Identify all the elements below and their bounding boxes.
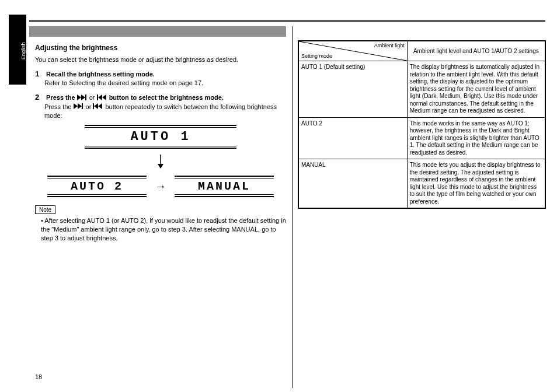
step-2: 2 Press the or button to select the brig… [35,92,286,120]
svg-marker-11 [98,103,102,109]
step-1-number: 1 [35,69,44,79]
lcd-display-manual: MANUAL [175,176,274,197]
column-divider [292,26,293,388]
svg-rect-2 [85,94,86,100]
page-number: 18 [35,373,42,380]
section-title: Adjusting the brightness [35,44,286,52]
table-header-row: Ambient light Setting mode Ambient light… [299,41,545,61]
brightness-modes-table: Ambient light Setting mode Ambient light… [298,40,546,209]
lcd-text-manual: MANUAL [175,178,274,195]
step-2-number: 2 [35,92,44,103]
cell-desc-1: This mode works in the same way as AUTO … [407,117,545,159]
fast-forward-icon [74,103,84,111]
side-tab-lang: English [20,18,26,85]
step-1-body: Refer to Selecting the desired setting m… [44,79,203,88]
lcd-display-auto2: AUTO 2 [47,176,147,197]
arrow-down-icon [156,155,165,169]
page: English Adjusting the brightness You can… [12,20,545,380]
top-rule [29,20,545,22]
svg-marker-6 [74,103,78,109]
cell-mode-0: AUTO 1 (Default setting) [299,61,408,118]
lcd-text-auto1: AUTO 1 [85,127,236,146]
svg-marker-10 [94,103,98,109]
step-2-heading-b: button to select the brightness mode. [109,94,224,101]
step-2-body-a: Press the [44,103,74,110]
svg-marker-0 [77,94,81,100]
cell-desc-0: The display brightness is automatically … [407,61,545,118]
step-1: 1 Recall the brightness setting mode. Re… [35,69,286,88]
step-2-heading-a: Press the [46,94,77,101]
svg-marker-5 [102,94,106,100]
svg-marker-1 [81,94,85,100]
right-column: Ambient light Setting mode Ambient light… [298,38,546,209]
table-row: AUTO 2 This mode works in the same way a… [299,117,545,159]
side-tab: English [9,15,26,85]
svg-rect-3 [97,94,98,100]
table-header-bottom: Setting mode [301,53,332,60]
cell-desc-2: This mode lets you adjust the display br… [407,159,545,208]
cell-mode-2: MANUAL [299,159,408,208]
step-2-or: or [89,94,97,101]
step-2-or-2: or [86,103,93,110]
step-1-heading: Recall the brightness setting mode. [46,71,155,78]
rewind-icon [93,103,103,111]
left-column: Adjusting the brightness You can select … [35,44,286,247]
svg-marker-7 [78,103,82,109]
fast-forward-icon [77,94,88,103]
note-label: Note [35,205,55,214]
table-row: AUTO 1 (Default setting) The display bri… [299,61,545,118]
header-gray-bar [29,26,286,37]
lcd-display-auto1: AUTO 1 [85,125,236,149]
arrow-right-icon: → [155,180,166,193]
rewind-icon [97,94,107,103]
svg-marker-13 [158,164,163,169]
intro-text: You can select the brightness mode or ad… [35,55,286,64]
svg-marker-4 [98,94,102,100]
svg-rect-8 [82,103,83,109]
svg-rect-9 [93,103,94,109]
lcd-row: AUTO 2 → MANUAL [35,176,286,197]
lcd-text-auto2: AUTO 2 [47,178,147,195]
table-header-col2: Ambient light level and AUTO 1/AUTO 2 se… [407,41,545,61]
table-header-top: Ambient light [374,43,405,49]
cell-mode-1: AUTO 2 [299,117,408,159]
note-body: • After selecting AUTO 1 (or AUTO 2), if… [41,216,286,243]
table-header-diagonal: Ambient light Setting mode [299,41,408,61]
table-row: MANUAL This mode lets you adjust the dis… [299,159,545,208]
arrow-down [35,155,286,171]
